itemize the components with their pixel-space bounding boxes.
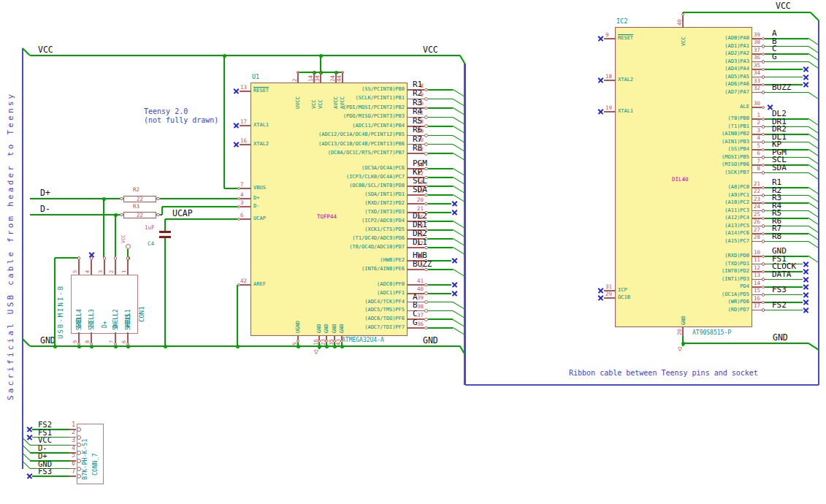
- pin-stub: [127, 259, 129, 275]
- pin-number: 4: [240, 192, 244, 198]
- net-label[interactable]: FS3: [772, 286, 787, 294]
- net-label[interactable]: G: [413, 318, 418, 327]
- pin-name: (SDA/INT1)PD1: [364, 192, 405, 198]
- pin-number: 4: [757, 135, 760, 141]
- net-label-gnd[interactable]: GND: [423, 336, 438, 345]
- pin-number: 8: [85, 340, 91, 343]
- pin-name: (AD4)PA4: [724, 66, 749, 72]
- net-label[interactable]: R8: [772, 232, 781, 241]
- pin-name: (SCK)PB7: [724, 170, 749, 176]
- net-label-gnd[interactable]: GND: [40, 336, 56, 345]
- net-label[interactable]: R5: [413, 117, 422, 126]
- pin-name: D+: [253, 196, 259, 202]
- pin-stub: [240, 91, 251, 92]
- pin-name: XTAL1: [618, 109, 633, 115]
- net-label[interactable]: R7: [413, 135, 422, 144]
- pin-name: (XCK1/CTS)PD5: [364, 227, 405, 233]
- vcc-power-symbol[interactable]: [126, 244, 131, 249]
- pin-stub: [752, 241, 762, 243]
- pin-number: 1: [72, 422, 75, 429]
- wire-segment: [428, 126, 454, 127]
- pin-number: 42: [240, 278, 247, 284]
- bus-entry: [453, 247, 465, 255]
- pin-name: (RD)PD7: [727, 308, 749, 313]
- wire-segment: [428, 177, 454, 178]
- net-label[interactable]: SDA: [413, 186, 427, 194]
- junction-dot: [223, 54, 226, 58]
- bus-entry: [453, 144, 465, 152]
- pin-number: 5: [72, 270, 78, 273]
- pin-number: 17: [754, 303, 760, 309]
- pin-number: 6: [121, 340, 127, 343]
- net-label-ucap[interactable]: UCAP: [172, 209, 193, 218]
- net-label-dplus[interactable]: D+: [40, 188, 50, 198]
- net-label-vcc[interactable]: VCC: [776, 1, 791, 11]
- wire-segment: [765, 195, 808, 196]
- pin-name: AVCC: [333, 96, 339, 109]
- wire-segment: [765, 126, 808, 128]
- no-connect-icon: [803, 284, 808, 290]
- net-label[interactable]: R4: [413, 107, 422, 116]
- pin-stub: [240, 188, 251, 189]
- pin-number: 20: [417, 197, 424, 203]
- no-connect-icon: [597, 288, 603, 294]
- pin-name: VCC: [311, 99, 317, 109]
- net-label[interactable]: DATA: [772, 270, 792, 279]
- pin-stub: [408, 269, 424, 270]
- junction-dot: [681, 342, 685, 345]
- note-teensy-line1: Teensy 2.0: [144, 107, 188, 115]
- net-label[interactable]: G: [772, 53, 777, 61]
- pin-number: 14: [307, 75, 314, 82]
- pin-number: 40: [417, 286, 424, 292]
- net-label[interactable]: R6: [413, 126, 422, 134]
- wire-segment: [765, 164, 808, 166]
- pin-number: 4: [85, 270, 91, 273]
- net-label[interactable]: FS3: [38, 467, 52, 476]
- net-label[interactable]: R1: [413, 80, 422, 89]
- pin-name: GND: [324, 324, 329, 333]
- bus-entry: [453, 153, 465, 161]
- net-label[interactable]: BUZZ: [413, 260, 432, 269]
- capacitor-c4-plate[interactable]: [159, 231, 171, 233]
- wire-segment: [765, 77, 803, 78]
- u1-package: TQFP44: [317, 214, 337, 220]
- pin-name: (OC3A/OC4A)PC6: [362, 166, 405, 172]
- pin-name: GND: [681, 316, 687, 325]
- pin-number: 27: [754, 227, 760, 233]
- wire-segment: [164, 238, 166, 347]
- pin-name: RESET: [618, 36, 633, 42]
- bus-entry: [453, 269, 465, 277]
- net-label-gnd[interactable]: GND: [773, 333, 788, 343]
- net-label[interactable]: DL1: [413, 238, 427, 247]
- pin-number: 36: [754, 55, 760, 61]
- net-label[interactable]: R8: [413, 144, 422, 153]
- wire-segment: [765, 187, 808, 188]
- net-label-vcc[interactable]: VCC: [38, 45, 53, 55]
- conn7-reference: CONN_7: [92, 453, 99, 476]
- wire-segment: [765, 233, 808, 234]
- pin-number: 43: [335, 339, 342, 345]
- wire-segment: [428, 186, 454, 187]
- net-label-dminus[interactable]: D-: [40, 205, 50, 214]
- pin-end-ring: [237, 205, 240, 208]
- wire-segment: [428, 229, 454, 231]
- pin-stub: [115, 259, 116, 275]
- pin-number: 9: [72, 340, 78, 343]
- wire-segment: [765, 134, 808, 135]
- net-label[interactable]: BUZZ: [772, 83, 792, 92]
- bus-entry: [453, 168, 465, 176]
- no-connect-icon: [451, 291, 457, 297]
- net-label[interactable]: SDA: [772, 164, 787, 172]
- net-label[interactable]: R3: [413, 99, 422, 107]
- net-label[interactable]: FS2: [772, 301, 787, 310]
- wire-segment: [32, 476, 69, 477]
- pin-number: 10: [754, 250, 760, 256]
- junction-dot: [114, 213, 118, 217]
- no-connect-icon: [451, 282, 457, 288]
- pin-number: 4: [72, 446, 75, 452]
- pin-name: VCC: [681, 37, 687, 46]
- pin-number: 5: [72, 453, 75, 459]
- net-label[interactable]: R2: [413, 89, 422, 98]
- pin-number: 22: [754, 188, 760, 194]
- net-label-vcc[interactable]: VCC: [423, 45, 438, 55]
